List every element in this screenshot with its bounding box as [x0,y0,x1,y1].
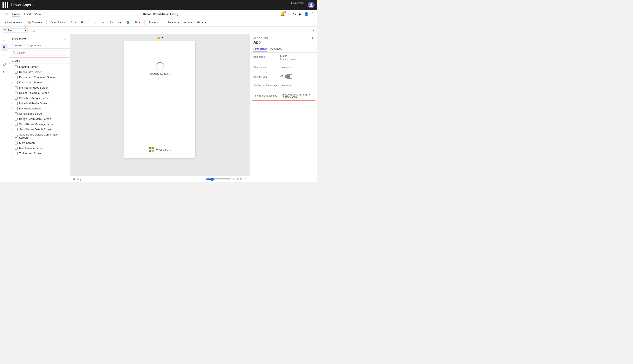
border-button[interactable]: Border▾ [147,20,160,25]
zoom-in-button[interactable]: + [233,178,235,181]
screen-item-kudos-intro-cont[interactable]: › Kudos Intro Continued Screen [8,75,70,80]
formula-expand-icon[interactable]: ▾ [313,29,314,32]
prop-confirm-exit-msg-input[interactable] [280,83,313,88]
checkbox-individual-kudos[interactable] [15,86,18,89]
confirm-exit-toggle[interactable] [285,74,293,78]
menu-file[interactable]: File [3,12,9,16]
checkbox-dashboard[interactable] [15,81,18,84]
font-size-dropdown[interactable]: 12▾ [69,20,78,25]
checkbox-send-kudos-confirm[interactable] [15,135,18,138]
help-icon[interactable]: ? [312,37,313,40]
checkbox-loading[interactable] [15,66,18,68]
screen-item-dashboard[interactable]: › Dashboard Screen [8,80,70,85]
bold-button[interactable]: B [79,20,85,25]
screen-item-send-kudos[interactable]: › Send Kudos Screen [8,111,70,116]
tab-components[interactable]: Components [26,42,41,48]
label-thrive-help: Thrive Help Screen [19,152,42,155]
notification-icon[interactable]: 🔔1 [280,12,285,16]
screen-item-search-colleague[interactable]: › Search Colleague Screen [8,96,70,101]
play-icon[interactable]: ▶ [299,12,301,16]
screen-item-badge-learn[interactable]: › Badge Learn More Screen [8,116,70,122]
checkbox-kudos-intro[interactable] [15,71,18,74]
prop-description-input[interactable] [280,65,313,70]
person-icon[interactable]: 👤 [304,12,309,16]
checkbox-search-colleague[interactable] [15,97,18,100]
font-color-button[interactable]: A▾ [108,20,115,25]
app-title-chevron[interactable]: ▾ [32,4,33,6]
prop-instrumentation-label: Instrumentation key [255,94,280,97]
screen-item-thrive-help[interactable]: › Thrive Help Screen [8,151,70,156]
sidebar-menu-icon[interactable]: ☰ [1,36,8,42]
font-dropdown[interactable]: Open Sans▾ [49,20,67,25]
screen-item-kudos-intro[interactable]: › Kudos Intro Screen [8,70,70,75]
app-item[interactable]: ⊞ App ··· [9,58,69,64]
edit-app-name-link[interactable]: Edit app name [280,58,296,61]
label-individual-profile: Individual Profile Screen [19,102,49,105]
formula-input[interactable] [37,28,311,32]
warning-badge[interactable]: ▾ [157,36,163,40]
menu-view[interactable]: View [35,12,41,16]
sidebar-data-icon[interactable] [1,61,8,68]
group-button[interactable]: Group▾ [195,20,208,25]
confirm-exit-state: Off [280,75,283,78]
screen-item-send-kudos-msg[interactable]: › Send Kudos Message Screen [8,122,70,127]
fill-button[interactable]: Fill▾ [133,20,142,25]
new-screen-chevron: ▾ [21,21,23,24]
screen-item-my-kudos[interactable]: › My Kudos Screen [8,106,70,111]
right-tabs: Properties Advanced [253,46,313,52]
theme-button[interactable]: 🎨 Theme ▾ [26,20,44,25]
screen-item-individual-profile[interactable]: › Individual Profile Screen [8,101,70,106]
tree-search-input[interactable] [17,52,65,54]
screen-item-more[interactable]: › More Screen [8,140,70,146]
redo-icon[interactable]: ↪ [293,12,296,16]
reorder-button[interactable]: Reorder▾ [166,20,181,25]
checkbox-send-kudos-details[interactable] [15,128,18,131]
tree-close-button[interactable]: ✕ [64,37,66,41]
align-pos-button[interactable]: Align▾ [182,20,194,25]
tab-screens[interactable]: Screens [12,42,22,48]
underline-button[interactable]: U [93,20,98,25]
zoom-out-button[interactable]: − [202,178,204,181]
fit-to-screen-button[interactable]: ⤢ [244,177,246,181]
checkbox-my-kudos[interactable] [15,107,18,110]
prop-confirm-exit: Confirm exit Off [250,72,316,81]
undo-icon[interactable]: ↩ [287,12,290,16]
screen-item-individual-kudos[interactable]: › Individual Kudos Screen [8,85,70,90]
screen-item-maintenance[interactable]: › Maintenance Screen [8,146,70,151]
checkbox-more[interactable] [15,142,18,144]
help-icon[interactable]: ? [311,12,313,16]
expand-kudos-intro-cont: › [11,76,14,78]
checkbox-kudos-intro-cont[interactable] [15,76,18,79]
tree-search-box: 🔍 [11,50,67,56]
screen-item-send-kudos-confirm[interactable]: › Send Kudos Details Confirmation Screen [8,132,70,140]
app-item-more-button[interactable]: ··· [64,59,66,62]
screen-item-select-colleague[interactable]: › Select Colleague Screen [8,90,70,96]
top-bar: Power Apps ▾ Environment [0,0,316,10]
screen-item-loading[interactable]: › Loading Screen [8,64,70,70]
checkbox-individual-profile[interactable] [15,102,18,105]
tab-properties[interactable]: Properties [253,46,267,52]
formula-bar: OnStart ▾ = fx ▾ [0,27,316,34]
strikethrough-button[interactable]: — [100,20,106,25]
checkbox-maintenance[interactable] [15,147,18,150]
checkbox-send-kudos-msg[interactable] [15,123,18,126]
menu-home[interactable]: Home [12,12,20,16]
menu-insert[interactable]: Insert [24,12,31,16]
checkbox-send-kudos[interactable] [15,112,18,115]
align-button[interactable]: ≡▾ [116,20,123,25]
italic-button[interactable]: / [87,20,91,25]
checkbox-badge-learn[interactable] [15,118,18,120]
zoom-slider[interactable] [206,178,231,181]
sidebar-tools-icon[interactable] [1,69,8,76]
new-screen-button[interactable]: ⊞ New screen ▾ [3,20,25,25]
screen-item-send-kudos-details[interactable]: › Send Kudos Details Screen [8,127,70,132]
tab-advanced[interactable]: Advanced [270,46,282,52]
avatar[interactable] [308,2,314,8]
property-dropdown[interactable]: OnStart ▾ [3,28,28,32]
checkbox-thrive-help[interactable] [15,152,18,155]
sidebar-add-icon[interactable]: + [1,52,8,59]
checkbox-select-colleague[interactable] [15,92,18,94]
sidebar-treeview-icon[interactable] [1,44,8,51]
paint-bucket-button[interactable]: 🪣 [124,20,131,25]
waffle-icon[interactable] [3,2,8,8]
